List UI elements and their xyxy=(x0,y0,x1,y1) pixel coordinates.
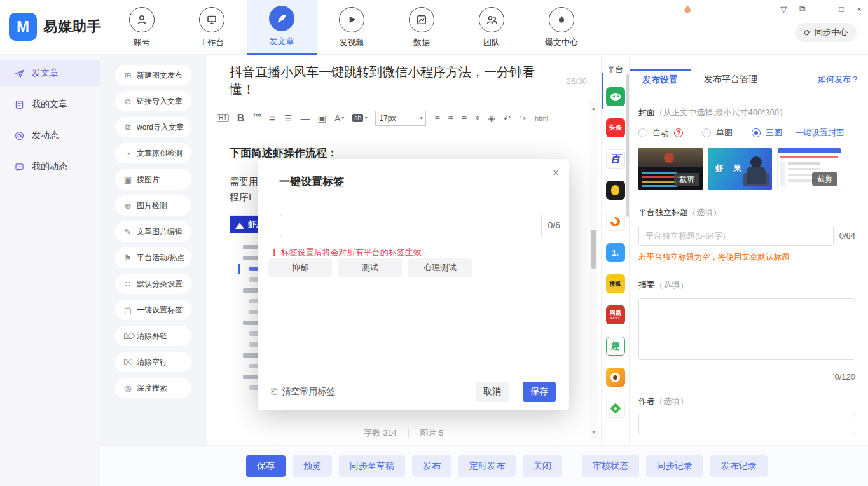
nav-publish-video[interactable]: 发视频 xyxy=(317,0,387,55)
tool-search-image[interactable]: ▣搜图片 xyxy=(115,169,191,190)
radio-three-images[interactable] xyxy=(752,128,761,137)
heading-1-icon[interactable]: H1 xyxy=(217,114,229,122)
align-center-icon[interactable]: ≡ xyxy=(448,113,453,123)
platform-weibo-icon[interactable] xyxy=(606,368,625,387)
cover-thumbnail-1[interactable]: 裁剪 xyxy=(638,148,703,190)
platform-qutoutiao-icon[interactable]: 趣 xyxy=(606,337,625,356)
undo-icon[interactable]: ↶ xyxy=(504,113,511,123)
platform-green-icon[interactable] xyxy=(606,399,625,418)
preview-button[interactable]: 预览 xyxy=(293,455,332,477)
sidebar-item-publish-moment[interactable]: 发动态 xyxy=(0,123,100,148)
platform-dayu-icon[interactable] xyxy=(606,212,625,231)
cancel-button[interactable]: 取消 xyxy=(476,382,509,402)
align-left-icon[interactable]: ≡ xyxy=(434,113,439,123)
sidebar-item-my-moments[interactable]: 我的动态 xyxy=(0,154,100,179)
independent-title-input[interactable] xyxy=(638,226,834,246)
publish-records-button[interactable]: 发布记录 xyxy=(710,455,768,477)
platform-sohu-icon[interactable]: 搜狐 xyxy=(606,274,625,293)
tag-item[interactable]: 抑郁 xyxy=(268,258,332,277)
nav-team[interactable]: 团队 xyxy=(457,0,527,55)
sync-center-button[interactable]: ⟳ 同步中心 xyxy=(795,23,857,42)
redo-icon[interactable]: ↷ xyxy=(519,113,527,123)
modal-save-button[interactable]: 保存 xyxy=(523,382,556,402)
tool-image-check[interactable]: ⊕图片检测 xyxy=(115,195,191,216)
bold-icon[interactable]: B xyxy=(237,113,245,124)
tool-clear-external-links[interactable]: ⌦清除外链 xyxy=(115,326,191,346)
cover-thumbnail-3[interactable]: 裁剪 xyxy=(777,148,841,190)
ordered-list-icon[interactable]: ≣ xyxy=(268,113,276,123)
radio-single-image[interactable] xyxy=(702,128,711,137)
review-status-button[interactable]: 审核状态 xyxy=(582,455,639,477)
platform-wechat-official-icon[interactable] xyxy=(606,87,625,106)
crop-button[interactable]: 裁剪 xyxy=(812,172,837,186)
one-click-cover-link[interactable]: 一键设置封面 xyxy=(795,127,844,139)
close-icon[interactable]: × xyxy=(553,167,559,179)
sync-to-draft-button[interactable]: 同步至草稿 xyxy=(339,455,405,477)
editor-scrollbar[interactable]: ▲ ▼ xyxy=(589,103,598,438)
crop-button[interactable]: 裁剪 xyxy=(674,173,699,186)
tab-publish-settings[interactable]: 发布设置 xyxy=(630,69,691,90)
active-platform-indicator xyxy=(602,73,603,109)
radio-auto[interactable] xyxy=(638,128,647,137)
highlight-icon[interactable]: ab xyxy=(352,114,367,122)
crop-button[interactable]: 裁剪 xyxy=(743,173,769,186)
align-right-icon[interactable]: ≡ xyxy=(462,113,467,123)
format-clear-icon[interactable]: ◈ xyxy=(488,113,495,123)
platform-baijiahao-icon[interactable]: 百 xyxy=(606,149,625,169)
find-replace-icon[interactable]: ⌖ xyxy=(475,113,480,123)
tool-deep-search[interactable]: ◎深度搜索 xyxy=(115,378,191,398)
summary-textarea[interactable] xyxy=(638,298,855,360)
scroll-up-arrow[interactable]: ▲ xyxy=(591,104,596,113)
platform-scrollbar-thumb[interactable] xyxy=(626,74,629,217)
insert-image-icon[interactable]: ▣ xyxy=(318,113,326,123)
html-source-icon[interactable]: html xyxy=(535,115,548,122)
window-close-icon[interactable]: × xyxy=(857,4,862,14)
nav-publish-article[interactable]: 发文章 xyxy=(247,0,317,55)
tool-default-category[interactable]: ∷默认分类设置 xyxy=(115,274,191,294)
tool-set-tags[interactable]: ▢一键设置标签 xyxy=(115,300,191,320)
close-button[interactable]: 关闭 xyxy=(523,455,562,477)
window-minimize-icon[interactable]: — xyxy=(818,4,827,14)
tag-item[interactable]: 心理测试 xyxy=(408,258,472,277)
author-input[interactable] xyxy=(638,415,855,434)
window-popout-icon[interactable]: ⧉ xyxy=(799,4,805,14)
publish-button[interactable]: 发布 xyxy=(412,455,451,477)
nav-hot-article-center[interactable]: 爆文中心 xyxy=(527,0,596,55)
tool-clear-empty-lines[interactable]: ⌧清除空行 xyxy=(115,352,191,372)
how-to-publish-link[interactable]: 如何发布？ xyxy=(818,69,859,90)
tool-platform-activity[interactable]: ⚑平台活动/热点 xyxy=(115,247,191,268)
tag-item[interactable]: 测试 xyxy=(338,258,402,277)
tool-image-edit[interactable]: ✎文章图片编辑 xyxy=(115,221,191,242)
sync-records-button[interactable]: 同步记录 xyxy=(646,455,703,477)
tag-input[interactable] xyxy=(280,214,542,237)
cover-thumbnail-2[interactable]: 虾 果 裁剪 xyxy=(708,148,772,190)
sidebar-item-my-articles[interactable]: 我的文章 xyxy=(0,92,100,117)
window-menu-icon[interactable]: ▽ xyxy=(780,4,787,14)
blockquote-icon[interactable]: ”” xyxy=(252,113,260,124)
tray-icon xyxy=(684,5,691,13)
tool-import-word[interactable]: ⧉word导入文章 xyxy=(115,117,191,137)
tool-originality-check[interactable]: ◔文章原创检测 xyxy=(115,143,191,163)
tool-new-article[interactable]: ⊞新建图文发布 xyxy=(115,65,191,85)
window-maximize-icon[interactable]: □ xyxy=(839,4,844,14)
horizontal-rule-icon[interactable]: — xyxy=(301,113,310,123)
sidebar-item-publish-article[interactable]: 发文章 xyxy=(0,60,100,86)
nav-workbench[interactable]: 工作台 xyxy=(177,0,247,55)
nav-data[interactable]: 数据 xyxy=(387,0,457,55)
scheduled-publish-button[interactable]: 定时发布 xyxy=(458,455,516,477)
save-button[interactable]: 保存 xyxy=(246,455,286,477)
article-title-input[interactable]: 抖音直播小风车一键跳转到微信小程序方法，一分钟看懂！ xyxy=(230,64,560,98)
platform-toutiao-icon[interactable]: 头条 xyxy=(606,118,625,137)
nav-account[interactable]: 账号 xyxy=(107,0,177,55)
tab-platform-management[interactable]: 发布平台管理 xyxy=(691,69,770,90)
platform-yidianzixun-icon[interactable]: 1. xyxy=(606,243,625,262)
help-question-icon[interactable]: ? xyxy=(674,128,683,137)
platform-netease-icon[interactable]: 网易NEWS xyxy=(606,305,625,324)
font-color-icon[interactable]: A xyxy=(334,113,344,123)
clear-common-tags-button[interactable]: ⎗ 清空常用标签 xyxy=(271,386,335,398)
font-size-select[interactable]: 17px▾ xyxy=(375,111,426,126)
scrollbar-thumb[interactable] xyxy=(591,230,596,269)
unordered-list-icon[interactable]: ☰ xyxy=(284,113,293,123)
platform-qiehao-icon[interactable] xyxy=(606,181,625,200)
tool-import-link[interactable]: ⊘链接导入文章 xyxy=(115,91,191,111)
